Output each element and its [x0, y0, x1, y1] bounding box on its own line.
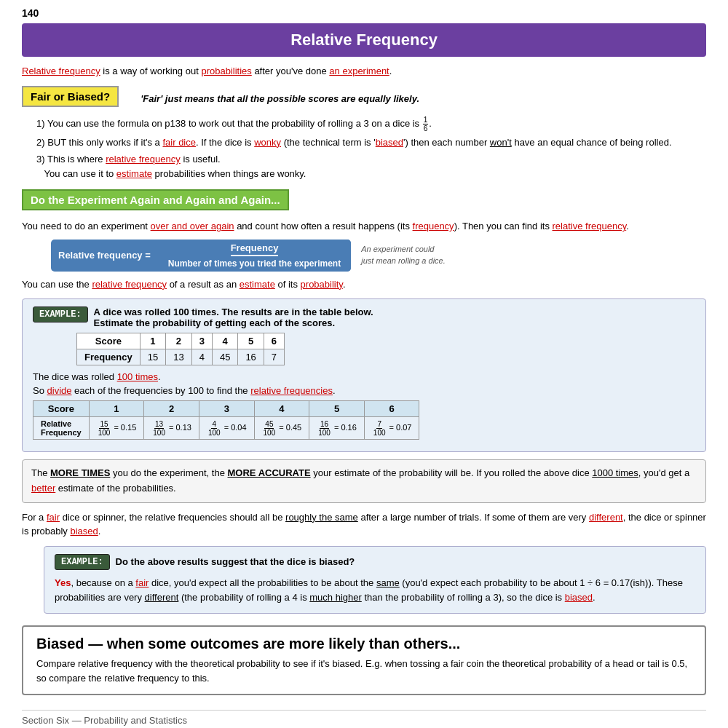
footer: Section Six — Probability and Statistics: [22, 710, 706, 726]
frac-13-100: 13100: [152, 420, 166, 437]
list-item-2: 2) BUT this only works if it's a fair di…: [36, 135, 706, 150]
formula-label: Relative frequency =: [51, 244, 158, 266]
link-biased3: biased: [565, 592, 593, 603]
frac-7-100: 7100: [373, 420, 387, 437]
page-number: 140: [22, 7, 706, 19]
td-f3: 4: [191, 349, 212, 365]
td-rf5: 16100 = 0.16: [309, 417, 365, 440]
td-rf3: 4100 = 0.04: [199, 417, 254, 440]
biased-section: Biased — when some outcomes are more lik…: [22, 625, 706, 695]
link-rel-freqs: relative frequencies: [250, 385, 333, 396]
item3-number: 3): [36, 154, 45, 165]
after-formula-text: You can use the relative frequency of a …: [22, 277, 706, 292]
td-rf6: 7100 = 0.07: [364, 417, 419, 440]
formula-note: An experiment could just mean rolling a …: [361, 244, 448, 266]
wont-underline: won't: [490, 137, 512, 148]
th2-3: 3: [199, 401, 254, 417]
link-1000: 1000 times: [592, 467, 638, 478]
answer-yes: Yes: [55, 577, 71, 588]
link-over-again: over and over again: [151, 221, 234, 232]
item2-number: 2): [36, 137, 45, 148]
th-5: 5: [238, 333, 264, 349]
link-better: better: [31, 483, 55, 494]
th-1: 1: [140, 333, 165, 349]
link-different: different: [589, 512, 623, 523]
link-fair2: fair: [47, 512, 60, 523]
formula-box: Relative frequency = Frequency Number of…: [51, 240, 351, 272]
example1-table2: Score 1 2 3 4 5 6 RelativeFrequency 1510…: [33, 400, 419, 440]
link-prob2: probability: [301, 279, 343, 290]
fair-dice-paragraph: For a fair dice or spinner, the relative…: [22, 510, 706, 539]
td-f2: 13: [166, 349, 191, 365]
main-title: Relative Frequency: [22, 23, 706, 57]
frac-45-100: 45100: [263, 420, 277, 437]
th-4: 4: [212, 333, 237, 349]
link-rf2: relative frequency: [106, 154, 181, 165]
example1-header: EXAMPLE: A dice was rolled 100 times. Th…: [33, 306, 695, 328]
link-wonky: wonky: [254, 137, 281, 148]
th2-1: 1: [89, 401, 144, 417]
link-divide: divide: [47, 385, 72, 396]
th-score: Score: [77, 333, 141, 349]
example2-block: EXAMPLE: Do the above results suggest th…: [44, 546, 706, 614]
item1-number: 1): [36, 117, 45, 128]
answer-text: , because on a fair dice, you'd expect a…: [55, 577, 683, 604]
example1-tag: EXAMPLE:: [33, 306, 88, 323]
link-fair3: fair: [135, 577, 149, 588]
fraction-1-6: 16: [423, 116, 429, 132]
link-estimate: estimate: [116, 168, 152, 179]
td-rf1: 15100 = 0.15: [89, 417, 144, 440]
example1-text1: The dice was rolled 100 times.: [33, 371, 695, 382]
td-rf-label: RelativeFrequency: [33, 417, 90, 440]
frac-4-100: 4100: [207, 420, 221, 437]
th2-4: 4: [254, 401, 309, 417]
example1-subtitle: Estimate the probability of getting each…: [94, 317, 373, 328]
example1-title: A dice was rolled 100 times. The results…: [94, 306, 373, 317]
fair-biased-section: Fair or Biased? 'Fair' just means that a…: [22, 86, 706, 181]
more-times-box: The MORE TIMES you do the experiment, th…: [22, 459, 706, 503]
intro-paragraph: Relative frequency is a way of working o…: [22, 64, 706, 79]
th2-score: Score: [33, 401, 90, 417]
more-accurate-text: MORE ACCURATE: [228, 467, 311, 478]
intro-text6: .: [389, 66, 392, 76]
list-item-3: 3) This is where relative frequency is u…: [36, 152, 706, 181]
th-2: 2: [166, 333, 191, 349]
list-item-1: 1) You can use the formula on p138 to wo…: [36, 116, 706, 132]
formula-denominator: Number of times you tried the experiment: [168, 258, 341, 269]
link-100times: 100 times: [117, 371, 158, 382]
th2-5: 5: [309, 401, 365, 417]
th-3: 3: [191, 333, 212, 349]
intro-link-prob: probabilities: [201, 66, 251, 76]
experiment-section: Do the Experiment Again and Again and Ag…: [22, 189, 706, 291]
intro-text4: after you've done: [252, 66, 330, 76]
formula-row: Relative frequency = Frequency Number of…: [51, 240, 706, 272]
td-f1: 15: [140, 349, 165, 365]
table2-rf-row: RelativeFrequency 15100 = 0.15 13100 = 0…: [33, 417, 419, 440]
frac-16-100: 16100: [317, 420, 331, 437]
example2-answer: Yes, because on a fair dice, you'd expec…: [55, 576, 695, 606]
th2-6: 6: [364, 401, 419, 417]
formula-fraction: Frequency Number of times you tried the …: [158, 240, 351, 272]
frac-15-100: 15100: [98, 420, 111, 437]
example2-tag: EXAMPLE:: [55, 554, 110, 570]
fair-note: 'Fair' just means that all the possible …: [141, 93, 419, 104]
td-f4: 45: [212, 349, 237, 365]
table1-header-row: Score 1 2 3 4 5 6: [77, 333, 285, 349]
example2-header: EXAMPLE: Do the above results suggest th…: [55, 554, 695, 570]
same-underline: same: [376, 577, 400, 588]
td-f5: 16: [238, 349, 264, 365]
roughly-same: roughly the same: [285, 512, 358, 523]
fair-biased-header: Fair or Biased?: [22, 86, 119, 107]
link-rf4: relative frequency: [92, 279, 167, 290]
fair-biased-header-row: Fair or Biased? 'Fair' just means that a…: [22, 86, 706, 111]
example1-title-block: A dice was rolled 100 times. The results…: [94, 306, 373, 328]
link-estimate2: estimate: [240, 279, 275, 290]
experiment-text: You need to do an experiment over and ov…: [22, 219, 706, 234]
table1-freq-row: Frequency 15 13 4 45 16 7: [77, 349, 285, 365]
biased-title: Biased — when some outcomes are more lik…: [36, 636, 692, 652]
example2-title: Do the above results suggest that the di…: [116, 556, 355, 567]
td-f6: 7: [264, 349, 284, 365]
biased-text: Compare relative frequency with the theo…: [36, 657, 692, 685]
example1-text2: So divide each of the frequencies by 100…: [33, 385, 695, 396]
link-biased2: biased: [70, 526, 98, 537]
